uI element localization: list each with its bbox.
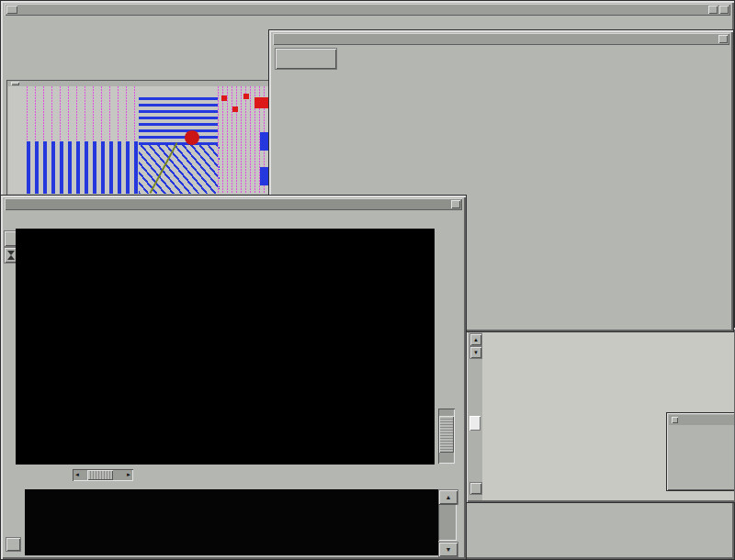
blue-horizontal-traces	[139, 97, 218, 145]
status-scroll-up-icon[interactable]: ▲	[438, 489, 458, 505]
red-pad	[243, 94, 249, 99]
main-titlebar[interactable]	[5, 4, 730, 16]
display-panel	[666, 412, 734, 491]
anawav-titlebar[interactable]	[273, 33, 729, 45]
field-viewport[interactable]	[16, 229, 435, 465]
status-scrollbar[interactable]	[438, 504, 457, 541]
red-block	[254, 97, 269, 108]
dolly-slider-thumb[interactable]	[439, 416, 454, 453]
red-pad	[232, 106, 238, 112]
scroll-down-icon[interactable]: ▼	[469, 346, 482, 359]
status-scroll-down-icon[interactable]: ▼	[438, 542, 458, 557]
minimize-icon[interactable]	[708, 6, 718, 14]
status-console	[25, 489, 438, 555]
status-resize-handle[interactable]	[6, 537, 21, 552]
slider-right-icon[interactable]: ►	[124, 471, 133, 479]
display-button-grid	[670, 428, 734, 487]
anawav-dashes-button[interactable]	[275, 48, 337, 70]
display-menu-icon[interactable]	[672, 417, 678, 423]
maximize-icon[interactable]	[719, 6, 729, 14]
board-canvas[interactable]	[8, 86, 269, 194]
anawav-maximize-icon[interactable]	[718, 35, 728, 43]
corner-handle-icon[interactable]	[469, 482, 482, 495]
scroll-up-icon[interactable]: ▲	[469, 333, 482, 346]
color-swatch[interactable]	[469, 416, 481, 431]
board-view-menu-icon[interactable]	[11, 82, 19, 85]
blue-diagonal-traces	[139, 143, 220, 194]
hourglass-glyph	[7, 251, 15, 255]
gradian-titlebar[interactable]	[5, 198, 462, 210]
gradian-rotation-bar: ◄ ►	[5, 467, 462, 486]
dolly-slider[interactable]	[438, 409, 455, 464]
board-view[interactable]	[6, 80, 271, 196]
pcb-zoom-window: ▲ ▼	[465, 327, 735, 503]
window-menu-icon[interactable]	[6, 6, 17, 14]
gradian-window: ◄ ► ▲ ▼	[0, 195, 467, 560]
roty-slider[interactable]: ◄ ►	[73, 469, 133, 481]
red-pad	[221, 95, 227, 101]
pcb-side-toolbar: ▲ ▼	[468, 330, 482, 500]
slider-left-icon[interactable]: ◄	[73, 471, 82, 479]
roty-slider-thumb[interactable]	[87, 470, 113, 480]
red-via	[185, 130, 199, 145]
vector-field-visualization	[16, 229, 435, 465]
blue-vertical-traces	[27, 141, 139, 194]
pcb-zoom-canvas[interactable]	[482, 330, 734, 500]
gradian-maximize-icon[interactable]	[451, 200, 460, 208]
display-panel-titlebar[interactable]	[669, 415, 734, 425]
